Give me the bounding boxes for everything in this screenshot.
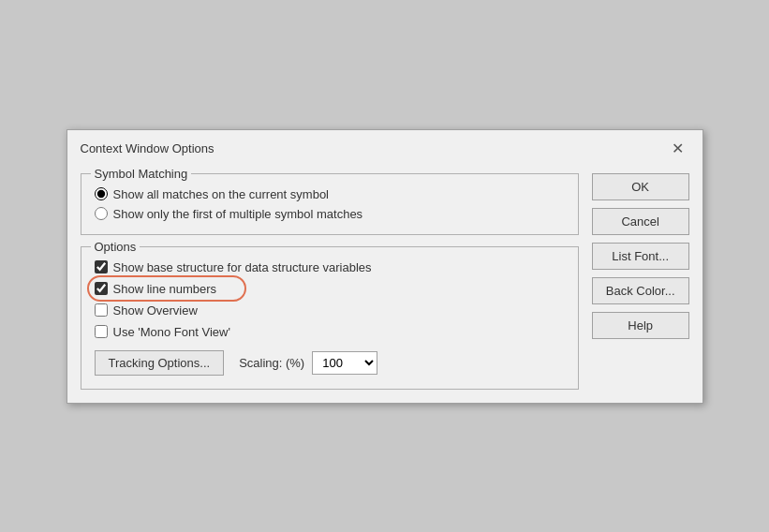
- checkbox-group: Show base structure for data structure v…: [95, 260, 565, 339]
- checkbox-item-4[interactable]: Use 'Mono Font View': [95, 325, 565, 339]
- checkbox-input-3[interactable]: [95, 303, 108, 317]
- scaling-select[interactable]: 100 75 125 150: [312, 351, 377, 375]
- checkbox-item-2[interactable]: Show line numbers: [95, 282, 565, 296]
- radio-input-option1[interactable]: [95, 187, 108, 200]
- dialog-body: Symbol Matching Show all matches on the …: [67, 166, 702, 403]
- checkbox-label-4: Use 'Mono Font View': [113, 325, 230, 339]
- list-font-button[interactable]: List Font...: [592, 243, 689, 270]
- ok-button[interactable]: OK: [592, 173, 689, 200]
- options-legend: Options: [91, 240, 140, 254]
- checkbox-input-1[interactable]: [95, 260, 108, 273]
- cancel-button[interactable]: Cancel: [592, 208, 689, 235]
- main-content: Symbol Matching Show all matches on the …: [81, 173, 579, 390]
- dialog-title: Context Window Options: [81, 141, 214, 155]
- back-color-button[interactable]: Back Color...: [592, 277, 689, 304]
- symbol-matching-group: Symbol Matching Show all matches on the …: [81, 173, 579, 235]
- context-window-options-dialog: Context Window Options ✕ Symbol Matching…: [67, 129, 703, 404]
- radio-option1[interactable]: Show all matches on the current symbol: [95, 187, 565, 201]
- title-bar: Context Window Options ✕: [67, 130, 702, 166]
- checkbox-input-4[interactable]: [95, 325, 108, 338]
- radio-input-option2[interactable]: [95, 207, 108, 220]
- symbol-matching-legend: Symbol Matching: [91, 167, 192, 181]
- scaling-label: Scaling: (%): [239, 356, 304, 370]
- tracking-options-button[interactable]: Tracking Options...: [95, 350, 225, 376]
- radio-group: Show all matches on the current symbol S…: [95, 187, 565, 221]
- side-buttons: OK Cancel List Font... Back Color... Hel…: [592, 173, 689, 390]
- checkbox-input-2[interactable]: [95, 282, 108, 295]
- radio-option2[interactable]: Show only the first of multiple symbol m…: [95, 207, 565, 221]
- bottom-row: Tracking Options... Scaling: (%) 100 75 …: [95, 350, 565, 376]
- help-button[interactable]: Help: [592, 312, 689, 339]
- checkbox-label-1: Show base structure for data structure v…: [113, 260, 372, 274]
- close-button[interactable]: ✕: [666, 140, 689, 158]
- radio-label-option2: Show only the first of multiple symbol m…: [113, 207, 363, 221]
- checkbox-item-1[interactable]: Show base structure for data structure v…: [95, 260, 565, 274]
- radio-label-option1: Show all matches on the current symbol: [113, 187, 330, 201]
- checkbox-label-3: Show Overview: [113, 303, 198, 318]
- scaling-row: Scaling: (%) 100 75 125 150: [239, 351, 377, 375]
- options-group: Options Show base structure for data str…: [81, 246, 579, 390]
- checkbox-item-3[interactable]: Show Overview: [95, 303, 565, 318]
- checkbox-label-2: Show line numbers: [113, 282, 217, 296]
